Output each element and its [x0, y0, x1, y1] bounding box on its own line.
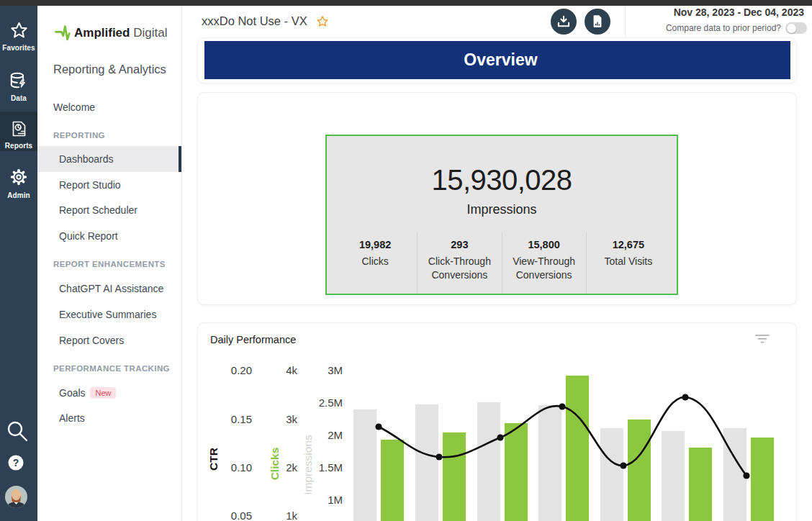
svg-text:?: ?: [13, 457, 19, 468]
svg-text:Amplified Digital: Amplified Digital: [74, 26, 167, 40]
